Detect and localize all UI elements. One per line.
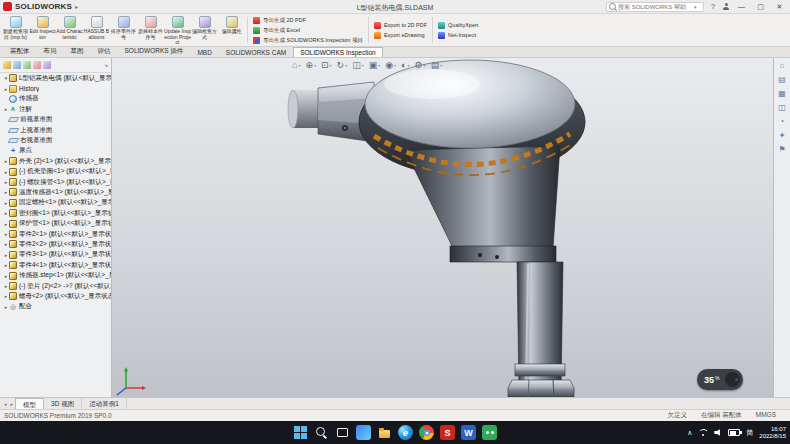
close-button[interactable]: ✕ [772,0,787,13]
tree-item[interactable]: 前视基准面 [0,115,111,125]
tree-item[interactable]: ▸ 零件4<1> (默认<<默认>_显示状态 [0,260,111,270]
ribbon-button[interactable]: 编辑检查方式 [191,15,218,45]
tree-root-item[interactable]: ▾ L型铠装热电偶 (默认<默认_显示状态-1> [0,73,111,83]
taskbar-app-icon[interactable]: S [440,425,455,440]
view-tool-icon[interactable]: ⌂ [292,60,300,70]
panel-tabs-overflow[interactable]: » [105,62,108,68]
task-pane-tab-icon[interactable]: ◫ [778,103,786,113]
taskbar-app-icon[interactable] [419,425,434,440]
taskbar-app-icon[interactable] [482,425,497,440]
view-tab[interactable]: 3D 视图 [44,398,82,409]
tree-item[interactable]: ▸ 零件3<1> (默认<<默认>_显示状态 [0,250,111,260]
taskbar-app-icon[interactable] [293,425,308,440]
configurationmanager-tab-icon[interactable] [23,61,31,69]
ime-indicator[interactable]: 简 [746,428,753,438]
maximize-button[interactable]: ▢ [753,0,768,13]
commandmanager-tab[interactable]: SOLIDWORKS CAM [219,47,293,57]
tube-coupling[interactable] [515,364,565,376]
propertymanager-tab-icon[interactable] [13,61,21,69]
tree-item[interactable]: ▸ 零件2<2> (默认<<默认>_显示状态 [0,239,111,249]
task-pane-tab-icon[interactable]: ◔ [780,117,785,127]
view-tool-icon[interactable]: ⊕ [305,60,316,70]
tree-item[interactable]: ▸ 注解 [0,104,111,114]
tree-item[interactable]: 右视基准面 [0,135,111,145]
tree-item[interactable]: ▸ (-) 机壳垫圈<1> (默认<<默认>_显示状 [0,167,111,177]
taskbar-app-icon[interactable] [314,425,329,440]
help-icon[interactable]: ? [708,3,718,10]
task-pane-tab-icon[interactable]: ▤ [778,75,786,85]
taskbar-app-icon[interactable] [356,425,371,440]
view-tool-icon[interactable]: ▤ [431,60,443,70]
minimize-button[interactable]: — [734,0,749,13]
ribbon-button[interactable]: Add Characteristic [56,15,83,45]
wifi-icon[interactable] [698,429,708,437]
taskbar-app-icon[interactable]: e [398,425,413,440]
ribbon-button[interactable]: HASSUB Balloons [83,15,110,45]
view-tool-icon[interactable]: ◉ [385,60,396,70]
tree-item[interactable]: 原点 [0,146,111,156]
tree-item[interactable]: ▸ 外壳 (2)<1> (默认<<默认>_显示状态 [0,156,111,166]
search-input[interactable] [618,3,692,11]
cap-dome[interactable] [365,60,575,148]
zoom-knob-icon[interactable] [725,372,740,387]
export-item[interactable]: Export to 2D PDF [374,21,427,30]
view-tool-icon[interactable]: ⚙ [415,60,426,70]
displaymanager-tab-icon[interactable] [43,61,51,69]
tree-item[interactable]: ▸ (-) 螺纹接管<1> (默认<<默认>_显示状 [0,177,111,187]
user-profile-icon[interactable] [722,3,730,11]
task-pane-tab-icon[interactable]: ✦ [779,131,786,141]
bottom-hex-nut[interactable] [508,380,574,397]
ribbon-button[interactable]: Update Inspection Project [164,15,191,45]
export-item[interactable]: Export eDrawing [374,31,427,40]
tree-item[interactable]: ▸ 固定螺栓<1> (默认<<默认>_显示状态 [0,198,111,208]
view-tool-icon[interactable]: ⊡ [321,60,332,70]
export-item[interactable]: QualityXpert [438,21,478,30]
task-pane-tab-icon[interactable]: ⌂ [780,61,785,71]
tree-item[interactable]: ▸ (-) 垫片 (2)<2> ->? (默认<<默认>_显 [0,281,111,291]
view-tab[interactable]: 运动算例1 [82,398,127,409]
menu-expand-arrow[interactable]: ▸ [75,3,78,10]
tray-overflow-icon[interactable]: ∧ [687,429,692,437]
volume-icon[interactable] [714,429,722,437]
task-pane-tab-icon[interactable]: ▦ [778,89,786,99]
battery-icon[interactable] [728,429,740,436]
task-pane-tab-icon[interactable]: ⚑ [778,145,785,155]
tree-item[interactable]: 传感器 [0,94,111,104]
tree-item[interactable]: ▸ 温度传感器<1> (默认<<默认>_显示 [0,187,111,197]
taskbar-app-icon[interactable]: W [461,425,476,440]
commandmanager-tab[interactable]: MBD [190,47,218,57]
search-box[interactable]: ▾ [606,2,704,12]
tree-item[interactable]: ▸ 保护管<1> (默认<<默认>_显示状态 [0,218,111,228]
view-tool-icon[interactable]: ◫ [352,60,364,70]
housing-collar[interactable] [450,246,556,262]
tree-item[interactable]: ▸ History [0,83,111,93]
view-tool-icon[interactable]: ↻ [337,60,348,70]
tree-item[interactable]: ▸ 密封圈<1> (默认<<默认>_显示状态 [0,208,111,218]
export-item[interactable]: 导出生成 SOLIDWORKS Inspection 项目 [253,36,363,45]
ribbon-button[interactable]: 编辑属性 [218,15,245,45]
ribbon-button[interactable]: 排序零件序号 [110,15,137,45]
search-dropdown-arrow[interactable]: ▾ [694,4,697,10]
taskbar-app-icon[interactable] [377,425,392,440]
view-tool-icon[interactable]: ▣ [369,60,381,70]
featuremanager-tab-icon[interactable] [3,61,11,69]
conduit-stub[interactable] [288,90,322,128]
tree-item[interactable]: ▸ 螺母<2> (默认<<默认>_显示状态 [0,291,111,301]
graphics-viewport[interactable]: ⌂ ⊕ ⊡ ↻ ◫ ▣ ◉ ◐ ⚙ ▤ 35 % [112,58,773,397]
zoom-indicator-badge[interactable]: 35 % [697,369,743,390]
ribbon-button[interactable]: Edit Inspection [29,15,56,45]
tree-item[interactable]: ▸ 零件2<1> (默认<<默认>_显示状态 [0,229,111,239]
tree-item[interactable]: ▸ 传感器.step<1> (默认<<默认>_显 [0,270,111,280]
ribbon-button[interactable]: 新建检查项目 (imp.fx) [2,15,29,45]
ribbon-button[interactable]: 选择样本件序号 [137,15,164,45]
export-item[interactable]: 导出生成 2D PDF [253,16,363,25]
export-item[interactable]: 导出生成 Excel [253,26,363,35]
export-item[interactable]: Net-Inspect [438,31,478,40]
view-tool-icon[interactable]: ◐ [401,60,409,70]
tree-item[interactable]: ▸ 配合 [0,302,111,312]
tree-item[interactable]: 上视基准面 [0,125,111,135]
clock[interactable]: 16:07 2022/8/15 [759,426,786,440]
taskbar-app-icon[interactable] [335,425,350,440]
thermocouple-3d-model[interactable] [112,58,773,397]
commandmanager-tab[interactable]: SOLIDWORKS Inspection [293,47,383,57]
